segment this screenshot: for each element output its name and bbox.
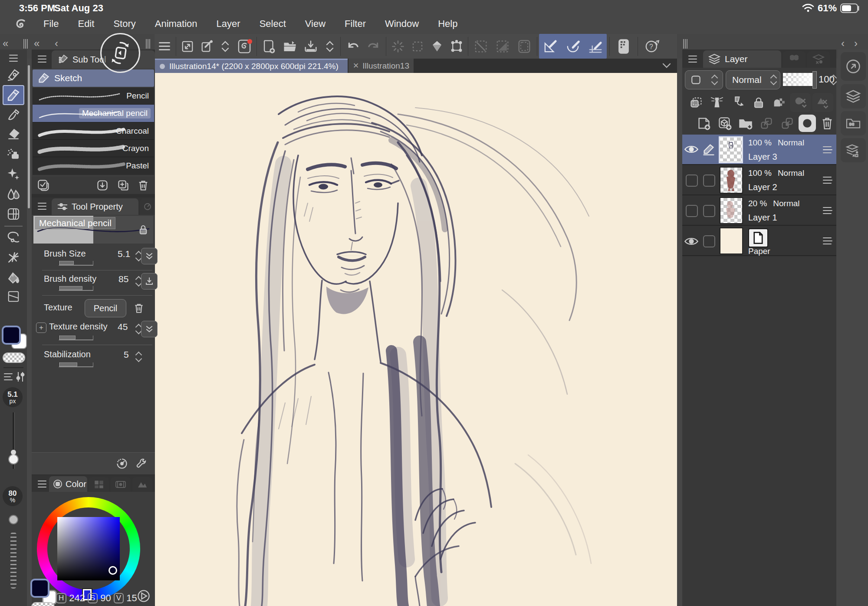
layer2-edit-checkbox[interactable] bbox=[703, 175, 715, 187]
lock-icon[interactable] bbox=[138, 224, 148, 235]
prop-value[interactable]: 5.1 bbox=[118, 249, 130, 259]
layer2-thumbnail[interactable] bbox=[720, 167, 743, 194]
toolbar-menu-icon[interactable] bbox=[155, 38, 174, 55]
texture-delete-icon[interactable] bbox=[132, 302, 145, 315]
layer-property-tab[interactable] bbox=[807, 51, 830, 68]
snap-special-ruler-icon[interactable] bbox=[562, 38, 584, 55]
layer1-edit-checkbox[interactable] bbox=[703, 205, 715, 217]
layer3-handle-icon[interactable] bbox=[822, 145, 833, 155]
snap-ruler-icon[interactable] bbox=[539, 38, 562, 55]
brush-size-badge[interactable]: 5.1 px bbox=[3, 387, 23, 407]
transfer-layer-icon[interactable] bbox=[759, 115, 774, 131]
menu-help[interactable]: Help bbox=[438, 18, 457, 30]
rail-menu2-icon[interactable] bbox=[2, 372, 13, 381]
brush-row-pencil[interactable]: Pencil bbox=[33, 88, 154, 105]
color-transparent-swatch[interactable] bbox=[31, 602, 55, 606]
texture-strip[interactable] bbox=[10, 532, 16, 589]
main-color-swatch[interactable] bbox=[2, 326, 21, 345]
hue-value[interactable]: 242 bbox=[69, 593, 85, 604]
texture-density-expander[interactable]: + bbox=[36, 323, 46, 333]
redo-icon[interactable] bbox=[363, 38, 384, 55]
layer-mask-tab[interactable] bbox=[783, 51, 806, 68]
right-drag-handle-icon[interactable] bbox=[682, 38, 688, 49]
collapse-left2-icon[interactable]: « bbox=[34, 37, 39, 49]
layer-mask-button[interactable] bbox=[799, 115, 816, 132]
menu-filter[interactable]: Filter bbox=[345, 18, 366, 30]
fullscreen-icon[interactable] bbox=[178, 38, 197, 55]
tool-blend-icon[interactable] bbox=[4, 186, 23, 202]
layer1-name[interactable]: Layer 1 bbox=[748, 213, 777, 223]
layer1-handle-icon[interactable] bbox=[822, 206, 833, 215]
tool-airbrush-icon[interactable] bbox=[4, 146, 23, 162]
layer2-name[interactable]: Layer 2 bbox=[748, 182, 777, 192]
menu-animation[interactable]: Animation bbox=[155, 18, 197, 30]
duplicate-subtool-icon[interactable] bbox=[116, 178, 131, 192]
tool-rail-menu-icon[interactable] bbox=[4, 54, 23, 63]
brush-density-prop-slider[interactable] bbox=[59, 286, 93, 291]
brush-size-slider[interactable] bbox=[13, 412, 15, 469]
tool-selection-icon[interactable] bbox=[4, 229, 23, 246]
brush-row-pastel[interactable]: Pastel bbox=[33, 157, 154, 175]
layer2-visibility-checkbox[interactable] bbox=[686, 175, 698, 187]
open-file-icon[interactable] bbox=[279, 38, 300, 55]
keypad-icon[interactable] bbox=[612, 38, 635, 55]
stabilization-stepper[interactable] bbox=[135, 350, 142, 363]
new-vector-layer-icon[interactable] bbox=[717, 115, 733, 131]
collapse-fileset-icon[interactable] bbox=[321, 38, 339, 55]
brush-size-slider-handle[interactable] bbox=[8, 454, 19, 464]
palette-color-combo[interactable] bbox=[685, 70, 723, 89]
texture-density-prop-slider[interactable] bbox=[59, 336, 93, 340]
paper-visibility-eye-icon[interactable] bbox=[684, 235, 699, 247]
collapse-commandset-icon[interactable] bbox=[217, 38, 234, 55]
draft-layer-icon[interactable] bbox=[730, 96, 746, 109]
color-panel-menu-icon[interactable] bbox=[34, 478, 50, 490]
tool-figure-icon[interactable] bbox=[4, 206, 23, 222]
layer3-thumbnail[interactable] bbox=[719, 136, 743, 163]
new-canvas-icon[interactable] bbox=[259, 38, 279, 55]
prop-value[interactable]: 85 bbox=[118, 274, 128, 284]
blend-mode-select[interactable]: Normal bbox=[726, 70, 780, 89]
select-source-button[interactable] bbox=[790, 93, 811, 112]
rail-materials-button[interactable] bbox=[841, 111, 866, 135]
rail-layer-search-button[interactable] bbox=[841, 138, 866, 162]
brush-size-dropdown-button[interactable] bbox=[141, 248, 158, 264]
layer-row-layer2[interactable]: 100 % Normal Layer 2 bbox=[682, 165, 836, 195]
opacity-slider-handle[interactable] bbox=[9, 515, 18, 524]
sat-value[interactable]: 90 bbox=[100, 593, 111, 604]
lock-transparent-icon[interactable] bbox=[771, 96, 786, 109]
color-history-icon[interactable] bbox=[136, 588, 151, 604]
color-set-tab[interactable] bbox=[89, 477, 109, 492]
merge-down-icon[interactable] bbox=[779, 115, 795, 131]
layer-opacity-handle[interactable] bbox=[812, 71, 817, 89]
new-layer-icon[interactable] bbox=[696, 115, 712, 131]
brush-row-mechanical-pencil[interactable]: Mechanical pencil bbox=[33, 105, 154, 122]
help-icon[interactable]: ? bbox=[641, 38, 663, 55]
brush-row-charcoal[interactable]: Charcoal bbox=[33, 122, 154, 140]
canvas[interactable] bbox=[155, 73, 677, 606]
new-folder-icon[interactable] bbox=[738, 115, 753, 131]
rotate-canvas-floating-button[interactable] bbox=[100, 33, 140, 73]
menu-select[interactable]: Select bbox=[260, 18, 286, 30]
deselect-icon[interactable] bbox=[388, 38, 408, 55]
sv-selector[interactable] bbox=[108, 566, 117, 575]
reselect-icon[interactable] bbox=[408, 38, 427, 55]
paper-name[interactable]: Paper bbox=[748, 247, 770, 256]
color-slider-tab[interactable] bbox=[111, 477, 131, 492]
quick-zoom-button[interactable] bbox=[841, 52, 866, 81]
layer-row-layer1[interactable]: 20 % Normal Layer 1 bbox=[682, 195, 836, 226]
ruler-frame-icon[interactable] bbox=[513, 38, 535, 55]
brush-row-crayon[interactable]: Crayon bbox=[33, 140, 154, 157]
tool-auto-select-icon[interactable] bbox=[4, 249, 23, 266]
color-wheel[interactable] bbox=[37, 497, 140, 600]
layer-row-layer3[interactable]: 100 % Normal Layer 3 bbox=[682, 135, 836, 165]
layer2-handle-icon[interactable] bbox=[822, 175, 833, 185]
collapse-right-icon[interactable]: ‹ bbox=[841, 37, 845, 49]
ruler-triangle-icon[interactable] bbox=[492, 38, 513, 55]
menu-layer[interactable]: Layer bbox=[217, 18, 240, 30]
tab-active[interactable]: Illustration14* (2200 x 2800px 600dpi 22… bbox=[155, 59, 348, 73]
snap-grid-icon[interactable] bbox=[584, 38, 607, 55]
menu-story[interactable]: Story bbox=[113, 18, 135, 30]
brush-settings-tab[interactable] bbox=[140, 198, 155, 215]
fill-icon[interactable] bbox=[427, 38, 447, 55]
tool-property-tab[interactable]: Tool Property bbox=[52, 198, 138, 215]
